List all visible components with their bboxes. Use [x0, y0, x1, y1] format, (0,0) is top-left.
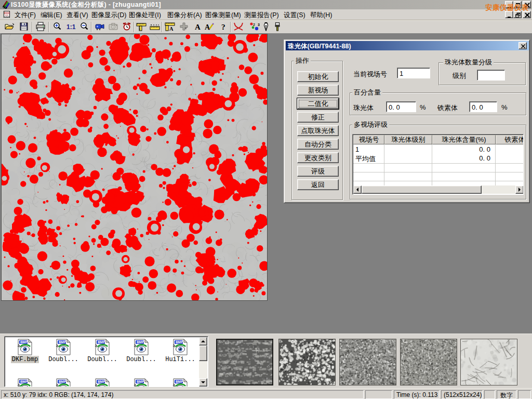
toolbar-button-video-camera[interactable] [94, 22, 105, 32]
toolbar-button-count-points[interactable]: 23 [249, 22, 260, 32]
ferrite-input[interactable]: 0. 0 [469, 101, 497, 112]
file-item-row2-1[interactable]: BMP [8, 378, 42, 387]
thumbnail-1[interactable] [216, 339, 273, 385]
vscroll-down-button[interactable] [199, 378, 207, 387]
mdi-close-button[interactable] [523, 11, 531, 18]
table-header-1[interactable]: 视场号 [353, 135, 384, 144]
vscroll-up-button[interactable] [199, 337, 207, 345]
file-label: Doubl... [47, 356, 79, 363]
menu-item-5[interactable]: 图像处理(I) [129, 11, 161, 20]
toolbar-button-zoom-out[interactable] [78, 22, 90, 32]
toolbar-button-pen[interactable] [260, 22, 272, 32]
svg-text:BMP: BMP [59, 380, 66, 383]
table-header-3[interactable]: 珠光体含量(%) [432, 135, 496, 144]
dialog-button-1[interactable]: 初始化 [297, 71, 339, 82]
file-item-row2-4[interactable]: BMP [124, 378, 158, 387]
bmp-file-icon: BMP [132, 378, 150, 387]
text-a-icon: A [194, 22, 202, 33]
toolbar-button-brush[interactable] [272, 22, 283, 32]
file-item-5[interactable]: BMPHuiTi... [163, 339, 197, 363]
dialog-button-6[interactable]: 自动分类 [297, 139, 339, 150]
toolbar-button-cross[interactable] [178, 22, 190, 32]
multi-field-table[interactable]: 视场号珠光体级别珠光体含量(%)铁素体含量(%)10. 0平均值0. 0 [352, 134, 524, 195]
dialog-button-9[interactable]: 返回 [297, 179, 339, 190]
toolbar-button-caliper[interactable] [136, 22, 147, 32]
filelist-vscrollbar[interactable] [199, 337, 207, 387]
svg-text:BMP: BMP [137, 380, 144, 383]
table-hscrollbar[interactable] [353, 185, 524, 194]
bmp-file-icon: BMP [171, 378, 189, 387]
toolbar-button-help[interactable]: ? [218, 22, 230, 32]
toolbar-button-ruler[interactable] [149, 22, 161, 32]
svg-text:BMP: BMP [98, 380, 105, 383]
dialog-title-bar[interactable]: 珠光体(GB/T9441-88) [286, 41, 529, 50]
dialog-button-2[interactable]: 新视场 [297, 85, 339, 96]
table-header-2[interactable]: 珠光体级别 [384, 135, 432, 144]
bmp-file-icon: BMP [94, 378, 111, 387]
file-item-row2-5[interactable]: BMP [163, 378, 197, 387]
menu-item-8[interactable]: 测量报告(P) [244, 11, 279, 20]
file-label: Doubl... [86, 356, 118, 363]
menu-item-6[interactable]: 图像分析(A) [167, 11, 202, 20]
zoom-in-icon [52, 22, 62, 33]
grade-input[interactable] [477, 70, 505, 81]
dialog-button-3[interactable]: 二值化 [297, 98, 339, 109]
mdi-client-area: 珠光体(GB/T9441-88) 操作 初始化新视场二值化修正点取珠光体自动分类… [0, 34, 532, 334]
thumbnail-3[interactable] [339, 339, 396, 385]
toolbar-button-zoom-in[interactable] [51, 22, 63, 32]
menu-item-3[interactable]: 查看(V) [66, 11, 88, 20]
svg-text:BMP: BMP [20, 340, 28, 344]
dialog-button-4[interactable]: 修正 [297, 112, 339, 123]
dialog-button-8[interactable]: 评级 [297, 166, 339, 177]
document-icon[interactable]: DOC [3, 10, 11, 19]
current-field-input[interactable]: 1 [397, 68, 430, 78]
file-item-4[interactable]: BMPDoubl... [124, 339, 158, 363]
menu-item-2[interactable]: 编辑(E) [41, 11, 62, 20]
toolbar-separator [48, 22, 49, 32]
menu-item-4[interactable]: 图像显示(D) [91, 11, 126, 20]
vscroll-thumb[interactable] [199, 345, 207, 361]
thumbnail-5[interactable] [460, 339, 517, 385]
pearlite-input[interactable]: 0. 0 [386, 101, 416, 112]
one-to-one-icon: 1:1 [65, 22, 76, 33]
toolbar-button-one-to-one[interactable]: 1:1 [65, 22, 76, 32]
toolbar-button-photo-camera[interactable] [108, 22, 119, 32]
toolbar-button-curve-cut[interactable] [233, 22, 244, 32]
toolbar-button-text-a[interactable]: A [192, 22, 204, 32]
file-item-row2-3[interactable]: BMP [85, 378, 119, 387]
thumbnail-4[interactable] [400, 339, 457, 385]
file-item-3[interactable]: BMPDoubl... [85, 339, 119, 363]
menu-item-1[interactable]: 文件(F) [15, 11, 36, 20]
table-cell-r1c1: 1 [355, 145, 359, 153]
dialog-button-5[interactable]: 点取珠光体 [297, 125, 339, 136]
thumbnail-2[interactable] [278, 339, 336, 385]
help-icon: ? [220, 22, 228, 33]
hscroll-right-button[interactable] [515, 185, 524, 194]
clock-icon [122, 22, 131, 33]
file-item-row2-2[interactable]: BMP [46, 378, 81, 387]
menu-item-9[interactable]: 设置(S) [284, 11, 305, 20]
right-arrow-icon [518, 188, 521, 192]
micrograph-image[interactable] [1, 34, 268, 301]
mdi-minimize-button[interactable] [505, 11, 513, 18]
hscroll-left-button[interactable] [353, 185, 362, 194]
toolbar: 1:1AAA?23 [0, 20, 532, 34]
toolbar-button-save[interactable] [18, 22, 30, 32]
menu-item-10[interactable]: 帮助(H) [310, 11, 332, 20]
dialog-close-button[interactable] [518, 42, 527, 49]
toolbar-button-clock[interactable] [121, 22, 132, 32]
file-item-1[interactable]: BMPDKF.bmp [8, 339, 42, 363]
file-item-2[interactable]: BMPDoubl... [46, 339, 81, 363]
toolbar-button-measure-text[interactable]: A [164, 22, 176, 32]
hscroll-thumb[interactable] [362, 185, 482, 194]
table-header-4[interactable]: 铁素体含量(%) [496, 135, 524, 144]
toolbar-separator [32, 22, 33, 32]
dialog-button-7[interactable]: 更改类别 [297, 152, 339, 163]
open-icon [4, 22, 15, 33]
mdi-restore-button[interactable] [513, 11, 522, 18]
toolbar-button-open[interactable] [4, 22, 15, 32]
menu-item-7[interactable]: 图像测量(M) [205, 11, 241, 20]
toolbar-button-text-edit[interactable]: A [204, 22, 215, 32]
toolbar-button-print[interactable] [35, 22, 46, 32]
svg-text:A: A [195, 23, 201, 31]
